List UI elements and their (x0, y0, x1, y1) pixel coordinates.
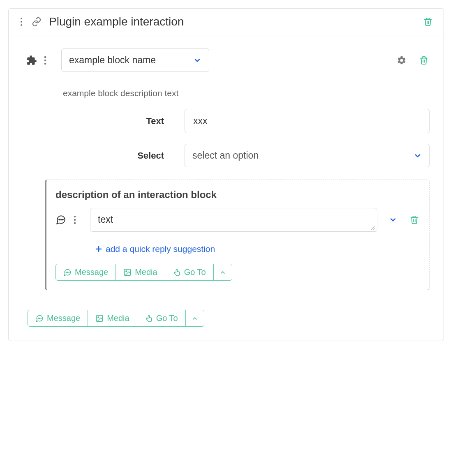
chevron-up-icon (192, 315, 198, 322)
outer-message-button[interactable]: Message (28, 310, 88, 326)
svg-line-12 (371, 226, 375, 230)
message-kebab-menu[interactable] (71, 214, 79, 226)
link-icon (32, 17, 42, 27)
message-row (55, 208, 420, 232)
delete-message-button[interactable] (409, 214, 420, 226)
chevron-down-icon (193, 56, 201, 65)
delete-block-button[interactable] (418, 55, 430, 66)
pointer-icon (145, 314, 153, 323)
svg-point-9 (74, 216, 76, 218)
svg-point-18 (69, 272, 69, 272)
chevron-up-icon (220, 269, 226, 276)
svg-point-17 (67, 272, 68, 272)
svg-point-11 (74, 222, 76, 224)
interaction-block-panel: description of an interaction block (45, 180, 430, 290)
inner-message-label: Message (75, 268, 108, 277)
svg-point-5 (44, 62, 46, 65)
interaction-block-title: description of an interaction block (55, 189, 420, 201)
svg-point-23 (41, 318, 42, 318)
inner-media-button[interactable]: Media (116, 264, 164, 280)
drag-handle-icon[interactable] (18, 16, 26, 28)
pointer-icon (173, 268, 181, 277)
inner-message-button[interactable]: Message (56, 264, 116, 280)
block-kebab-menu[interactable] (42, 54, 49, 67)
inner-goto-button[interactable]: Go To (165, 264, 213, 280)
svg-line-13 (373, 228, 375, 230)
svg-point-1 (21, 21, 22, 23)
chevron-down-icon (414, 152, 422, 160)
inner-toolbar: Message Media Go To (55, 264, 232, 281)
outer-media-label: Media (107, 314, 129, 323)
image-icon (95, 314, 104, 323)
outer-message-label: Message (47, 314, 80, 323)
block-description: example block description text (63, 88, 432, 98)
svg-point-22 (39, 318, 40, 318)
speech-bubble-icon (55, 214, 67, 225)
text-input-wrapper (185, 109, 430, 133)
svg-point-0 (21, 18, 22, 19)
expand-message-button[interactable] (389, 216, 397, 224)
svg-point-3 (44, 56, 46, 58)
inner-collapse-button[interactable] (213, 264, 232, 280)
svg-point-21 (38, 318, 39, 318)
select-dropdown[interactable]: select an option (185, 144, 430, 167)
svg-point-16 (66, 272, 67, 272)
speech-bubble-icon (35, 314, 44, 323)
card-header: Plugin example interaction (9, 9, 444, 35)
block-header-row: example block name (20, 48, 432, 72)
svg-point-20 (126, 270, 127, 272)
message-trailing-actions (389, 214, 420, 226)
svg-point-10 (74, 219, 76, 221)
block-name-select[interactable]: example block name (61, 48, 209, 72)
delete-interaction-button[interactable] (422, 16, 434, 28)
svg-point-6 (59, 219, 60, 220)
speech-bubble-icon (63, 268, 72, 277)
resize-handle-icon[interactable] (370, 225, 375, 230)
outer-media-button[interactable]: Media (88, 310, 136, 326)
add-quick-reply-button[interactable]: add a quick reply suggestion (95, 244, 420, 254)
select-field-label: Select (37, 150, 185, 161)
text-input[interactable] (192, 115, 422, 127)
settings-button[interactable] (397, 55, 407, 65)
add-quick-reply-label: add a quick reply suggestion (106, 244, 215, 254)
svg-point-4 (44, 59, 46, 61)
outer-goto-label: Go To (156, 314, 178, 323)
block-form: Text Select select an option (37, 109, 430, 167)
select-placeholder: select an option (192, 150, 259, 161)
inner-goto-label: Go To (184, 268, 206, 277)
card-body: example block name example block descrip… (9, 35, 444, 341)
block-name-value: example block name (69, 55, 156, 66)
inner-media-label: Media (135, 268, 157, 277)
outer-collapse-button[interactable] (185, 310, 204, 326)
svg-point-7 (60, 219, 61, 220)
svg-point-2 (21, 24, 22, 26)
svg-point-8 (62, 219, 63, 220)
svg-point-25 (98, 316, 99, 318)
outer-goto-button[interactable]: Go To (137, 310, 185, 326)
message-textarea-wrapper (90, 208, 377, 232)
message-textarea[interactable] (97, 213, 370, 226)
interaction-card: Plugin example interaction example block… (8, 8, 444, 341)
card-title: Plugin example interaction (49, 15, 422, 28)
puzzle-icon (26, 55, 37, 66)
text-field-label: Text (37, 116, 185, 127)
image-icon (123, 268, 132, 277)
block-actions (397, 55, 430, 66)
outer-toolbar: Message Media Go To (28, 310, 204, 327)
